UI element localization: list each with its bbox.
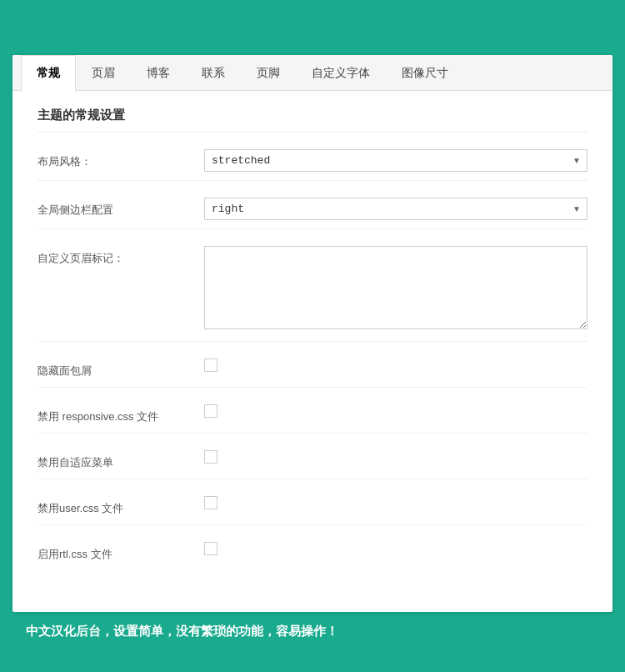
form-row-layout: 布局风格： stretched boxed xyxy=(38,149,588,181)
form-row-breadcrumb-mark: 自定义页眉标记： xyxy=(38,246,588,342)
form-row-disable-adaptive-menu: 禁用自适应菜单 xyxy=(38,450,588,479)
disable-responsive-label: 禁用 responsive.css 文件 xyxy=(38,404,204,424)
form-row-disable-user-css: 禁用user.css 文件 xyxy=(38,496,588,525)
layout-style-wrapper: stretched boxed xyxy=(204,149,588,172)
enable-rtl-css-wrapper xyxy=(204,542,588,555)
footer-note: 中文汉化后台，设置简单，没有繁琐的功能，容易操作！ xyxy=(12,612,612,651)
main-card: 常规 页眉 博客 联系 页脚 自定义字体 图像尺寸 主题的常规设置 布局风格： … xyxy=(12,55,612,612)
disable-user-css-wrapper xyxy=(204,496,588,509)
enable-rtl-css-label: 启用rtl.css 文件 xyxy=(38,542,204,562)
sidebar-config-select-wrapper: right left none xyxy=(204,198,588,220)
tab-imgsize[interactable]: 图像尺寸 xyxy=(386,55,464,91)
layout-style-select-wrapper: stretched boxed xyxy=(204,149,588,172)
disable-adaptive-menu-checkbox[interactable] xyxy=(204,450,218,464)
form-row-sidebar: 全局侧边栏配置 right left none xyxy=(38,198,588,229)
form-row-hide-breadcrumb: 隐藏面包屑 xyxy=(38,359,588,388)
sidebar-config-label: 全局侧边栏配置 xyxy=(38,198,204,218)
breadcrumb-mark-textarea[interactable] xyxy=(204,246,588,329)
breadcrumb-mark-wrapper xyxy=(204,246,588,333)
disable-responsive-wrapper xyxy=(204,404,588,418)
layout-style-select[interactable]: stretched boxed xyxy=(204,149,588,172)
tabs-bar: 常规 页眉 博客 联系 页脚 自定义字体 图像尺寸 xyxy=(12,55,612,91)
disable-adaptive-menu-wrapper xyxy=(204,450,588,464)
disable-responsive-checkbox[interactable] xyxy=(204,404,218,418)
sidebar-config-wrapper: right left none xyxy=(204,198,588,220)
breadcrumb-mark-label: 自定义页眉标记： xyxy=(38,246,204,266)
layout-style-label: 布局风格： xyxy=(38,149,204,169)
tab-general[interactable]: 常规 xyxy=(21,55,76,91)
form-row-enable-rtl-css: 启用rtl.css 文件 xyxy=(38,542,588,570)
disable-user-css-label: 禁用user.css 文件 xyxy=(38,496,204,516)
hide-breadcrumb-checkbox[interactable] xyxy=(204,359,218,372)
section-title: 主题的常规设置 xyxy=(38,108,588,133)
disable-user-css-checkbox[interactable] xyxy=(204,496,218,509)
tab-blog[interactable]: 博客 xyxy=(131,55,186,91)
tab-font[interactable]: 自定义字体 xyxy=(296,55,386,91)
disable-adaptive-menu-label: 禁用自适应菜单 xyxy=(38,450,204,470)
enable-rtl-css-checkbox[interactable] xyxy=(204,542,218,555)
tab-header[interactable]: 页眉 xyxy=(76,55,131,91)
hide-breadcrumb-label: 隐藏面包屑 xyxy=(38,359,204,379)
tab-contact[interactable]: 联系 xyxy=(186,55,241,91)
page-wrapper: 常规 页眉 博客 联系 页脚 自定义字体 图像尺寸 主题的常规设置 布局风格： … xyxy=(12,17,612,672)
tab-footer[interactable]: 页脚 xyxy=(241,55,296,91)
card-content: 主题的常规设置 布局风格： stretched boxed 全局侧边栏配置 xyxy=(12,91,612,612)
sidebar-config-select[interactable]: right left none xyxy=(204,198,588,220)
hide-breadcrumb-wrapper xyxy=(204,359,588,372)
form-row-disable-responsive: 禁用 responsive.css 文件 xyxy=(38,404,588,434)
